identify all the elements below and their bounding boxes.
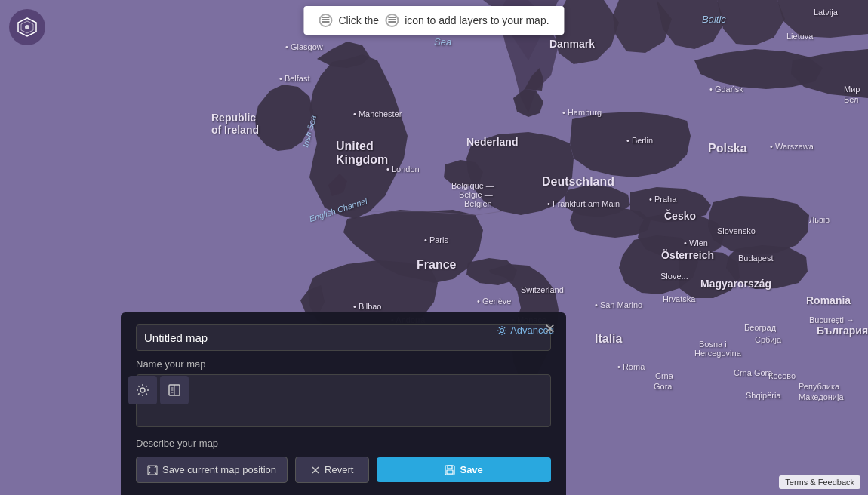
- book-icon: [168, 383, 181, 397]
- save-label: Save: [460, 464, 482, 475]
- action-buttons-row: Save current map position Revert Save: [136, 457, 551, 483]
- svg-rect-9: [322, 17, 329, 18]
- map-desc-textarea[interactable]: [136, 374, 551, 427]
- desc-field-label: Describe your map: [136, 438, 551, 449]
- book-tab-button[interactable]: [160, 376, 189, 404]
- tooltip-text-before: Click the: [338, 14, 379, 26]
- tooltip-text-after: icon to add layers to your map.: [405, 14, 549, 26]
- gear-tab-button[interactable]: [128, 376, 157, 404]
- svg-rect-25: [447, 470, 453, 474]
- save-position-button[interactable]: Save current map position: [136, 457, 288, 483]
- svg-rect-24: [448, 466, 452, 469]
- terms-badge[interactable]: Terms & Feedback: [779, 475, 860, 489]
- svg-point-19: [500, 328, 504, 332]
- tooltip-layers-icon-2: [385, 14, 399, 27]
- left-tabs: [128, 376, 189, 404]
- save-icon: [445, 465, 455, 475]
- gear-icon: [136, 383, 149, 397]
- svg-rect-8: [322, 21, 329, 23]
- svg-rect-12: [388, 17, 396, 18]
- expand-icon: [147, 465, 158, 475]
- logo-icon: [17, 17, 38, 38]
- close-icon: ✕: [544, 321, 556, 337]
- app-logo[interactable]: [9, 9, 45, 45]
- svg-rect-7: [322, 19, 329, 20]
- gear-icon-advanced: [497, 325, 507, 336]
- save-position-label: Save current map position: [162, 464, 276, 475]
- layers-icon: [319, 14, 332, 27]
- revert-button[interactable]: Revert: [295, 457, 369, 483]
- tooltip-bar: Click the icon to add layers to your map…: [303, 6, 564, 35]
- svg-rect-11: [388, 21, 396, 23]
- svg-rect-10: [388, 19, 396, 20]
- revert-label: Revert: [325, 464, 353, 475]
- map-name-input[interactable]: [136, 324, 551, 351]
- terms-label: Terms & Feedback: [785, 478, 854, 487]
- close-panel-button[interactable]: ✕: [540, 320, 559, 338]
- name-field-label: Name your map: [136, 358, 551, 370]
- revert-icon: [311, 466, 320, 475]
- svg-point-13: [140, 388, 145, 392]
- svg-point-6: [25, 25, 29, 29]
- save-button[interactable]: Save: [377, 457, 551, 482]
